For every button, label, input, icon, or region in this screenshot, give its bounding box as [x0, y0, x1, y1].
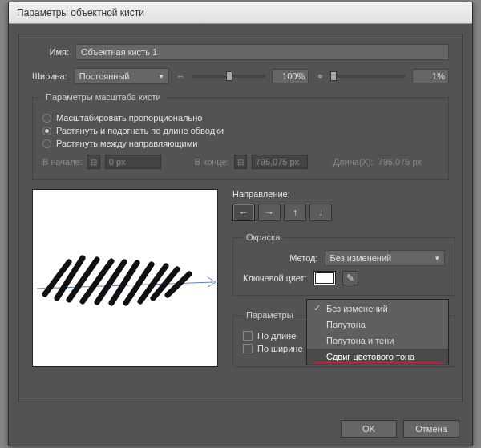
width-row: Ширина: Постоянный ↔ ⚭ — [32, 68, 449, 84]
radio-stretch-fit[interactable]: Растянуть и подогнать по длине обводки — [42, 126, 439, 135]
direction-buttons: ← → ↑ ↓ — [232, 204, 455, 221]
dir-right-button[interactable]: → — [258, 204, 281, 221]
dialog-footer: OK Отмена — [9, 412, 472, 446]
color-fieldset: Окраска Метод: Без изменений Ключевой цв… — [232, 232, 455, 296]
dir-left-button[interactable]: ← — [232, 204, 255, 221]
length-value: 795,075 px — [378, 157, 422, 167]
dialog-body: Имя: Ширина: Постоянный ↔ ⚭ Параметры ма… — [18, 34, 463, 402]
scale-legend: Параметры масштаба кисти — [42, 92, 164, 102]
method-option-0[interactable]: ✓Без изменений — [307, 300, 448, 317]
link-icon[interactable]: ↔ — [176, 70, 186, 83]
dir-up-button[interactable]: ↑ — [284, 204, 306, 221]
keycolor-label: Ключевой цвет: — [243, 273, 307, 283]
method-dropdown-list: ✓Без изменений Полутона Полутона и тени … — [306, 299, 449, 365]
color-legend: Окраска — [243, 232, 283, 242]
method-option-2[interactable]: Полутона и тени — [307, 333, 448, 349]
start-label: В начале: — [42, 157, 83, 167]
width-mode-dropdown[interactable]: Постоянный — [74, 68, 169, 84]
method-option-1[interactable]: Полутона — [307, 317, 448, 333]
name-label: Имя: — [32, 47, 69, 57]
eyedropper-icon[interactable]: ✎ — [342, 271, 358, 285]
method-option-3[interactable]: Сдвиг цветового тона — [307, 349, 448, 365]
scale-ends-row: В начале: ⊟ В конце: ⊟ Длина(X): 795,075… — [42, 155, 439, 169]
ok-button[interactable]: OK — [341, 420, 397, 438]
width-slider-left[interactable] — [192, 75, 265, 78]
width-left-pct[interactable] — [272, 69, 309, 83]
method-dropdown[interactable]: Без изменений — [325, 250, 445, 266]
method-label: Метод: — [243, 253, 318, 263]
radio-stretch-guides[interactable]: Растянуть между направляющими — [42, 139, 439, 148]
name-row: Имя: — [32, 44, 449, 60]
width-right-pct[interactable] — [412, 69, 449, 83]
start-input — [105, 155, 161, 169]
lock-icon[interactable]: ⚭ — [315, 70, 325, 83]
width-label: Ширина: — [32, 71, 67, 81]
keycolor-swatch[interactable] — [313, 271, 336, 285]
width-mode-value: Постоянный — [79, 71, 130, 81]
method-value: Без изменений — [330, 253, 392, 263]
params-legend: Параметры — [243, 310, 297, 320]
brush-preview — [32, 189, 218, 367]
radio-proportional[interactable]: Масштабировать пропорционально — [42, 113, 439, 123]
end-handle-icon: ⊟ — [234, 155, 247, 169]
chk-by-width[interactable]: По ширине — [243, 344, 303, 353]
dir-down-button[interactable]: ↓ — [309, 204, 332, 221]
chk-by-length[interactable]: По длине — [243, 331, 303, 341]
name-input[interactable] — [75, 44, 449, 60]
length-label: Длина(X): — [333, 157, 374, 167]
start-handle-icon: ⊟ — [87, 155, 100, 169]
direction-label: Направление: — [232, 189, 455, 199]
dialog-window: Параметры объектной кисти Имя: Ширина: П… — [8, 2, 473, 446]
width-slider-right[interactable] — [333, 75, 406, 78]
end-label: В конце: — [195, 157, 229, 167]
dialog-title: Параметры объектной кисти — [9, 2, 472, 24]
end-input — [252, 155, 308, 169]
cancel-button[interactable]: Отмена — [403, 420, 459, 438]
scale-fieldset: Параметры масштаба кисти Масштабировать … — [32, 92, 449, 180]
